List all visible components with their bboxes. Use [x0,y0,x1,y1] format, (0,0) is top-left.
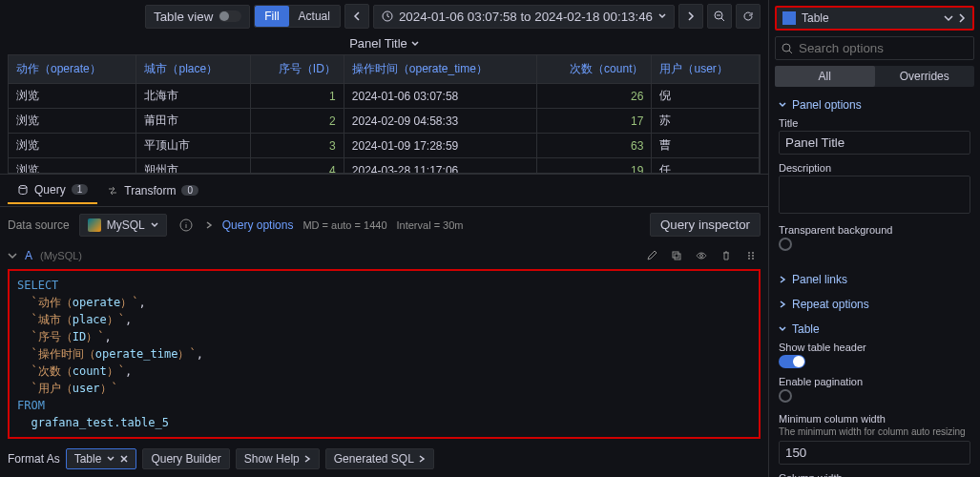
col-place[interactable]: 城市（place） [136,55,250,84]
query-letter[interactable]: A [25,249,32,262]
cell-id: 2 [250,109,344,134]
duplicate-query-button[interactable] [667,246,686,265]
chevron-down-icon [779,325,786,333]
chevron-down-icon [658,12,666,20]
copy-icon [671,250,682,261]
chevron-right-icon [686,11,696,21]
cell-place: 朔州市 [136,158,250,175]
cell-time: 2024-01-09 17:28:59 [344,134,537,158]
min-col-width-input[interactable] [779,441,970,465]
table-options-header[interactable]: Table [779,322,970,336]
data-table[interactable]: 动作（operate） 城市（place） 序号（ID） 操作时间（operat… [8,54,761,174]
datasource-info-button[interactable] [177,216,196,235]
trash-icon [720,250,732,261]
fill-button[interactable]: Fill [255,6,288,27]
chevron-right-icon [779,301,786,308]
description-label: Description [779,162,970,174]
generated-sql-button[interactable]: Generated SQL [325,448,434,469]
zoom-out-icon [714,10,725,22]
col-id[interactable]: 序号（ID） [250,55,344,84]
svg-point-6 [700,255,703,258]
transparent-bg-toggle[interactable] [779,238,792,251]
time-range-picker[interactable]: 2024-01-06 03:07:58 to 2024-02-18 00:13:… [373,5,675,29]
table-row[interactable]: 浏览朔州市42024-03-28 11:17:0619任 [9,158,760,175]
tab-all[interactable]: All [775,66,875,87]
cell-user: 倪 [652,84,760,109]
table-row[interactable]: 浏览北海市12024-01-06 03:07:5826倪 [9,84,760,109]
table-view-toggle[interactable]: Table view [145,5,250,29]
tab-query[interactable]: Query 1 [8,177,97,204]
enable-pagination-toggle[interactable] [779,389,792,403]
chevron-down-icon[interactable] [8,251,17,260]
sidebar-tabs: All Overrides [775,66,974,87]
toggle-query-visibility-button[interactable] [692,246,711,265]
table-row[interactable]: 浏览平顶山市32024-01-09 17:28:5963曹 [9,134,760,158]
format-as-select[interactable]: Table [66,448,137,469]
panel-title: Panel Title [349,36,407,51]
svg-point-8 [752,252,754,254]
min-col-width-label: Minimum column width [779,413,970,425]
chevron-down-icon[interactable] [944,13,953,23]
format-as-label: Format As [8,452,60,466]
panel-title-row[interactable]: Panel Title [8,32,761,54]
tab-transform[interactable]: Transform 0 [97,178,208,203]
zoom-out-button[interactable] [707,4,732,29]
delete-query-button[interactable] [717,246,736,265]
query-tabs: Query 1 Transform 0 [0,175,768,207]
time-range-text: 2024-01-06 03:07:58 to 2024-02-18 00:13:… [399,10,653,24]
repeat-options-header[interactable]: Repeat options [769,292,980,317]
panel-description-input[interactable] [779,176,970,214]
chevron-down-icon [151,221,158,229]
cell-user: 苏 [652,109,760,134]
edit-query-button[interactable] [642,246,661,265]
enable-pagination-label: Enable pagination [779,376,970,387]
database-icon [17,184,29,196]
actual-button[interactable]: Actual [289,6,340,27]
cell-count: 19 [537,158,652,175]
query-builder-button[interactable]: Query Builder [142,448,229,469]
col-count[interactable]: 次数（count） [537,55,652,84]
time-back-button[interactable] [344,4,369,29]
show-header-toggle[interactable] [779,355,805,368]
cell-operate: 浏览 [9,84,136,109]
cell-user: 任 [652,158,760,175]
tab-overrides[interactable]: Overrides [875,66,975,87]
show-help-button[interactable]: Show Help [236,448,320,469]
search-options-input[interactable] [799,41,968,55]
tab-transform-label: Transform [124,184,176,197]
transform-icon [107,185,118,197]
sql-editor[interactable]: SELECT `动作（operate）`, `城市（place）`, `序号（I… [8,269,761,439]
svg-point-10 [752,255,754,257]
title-label: Title [779,117,970,129]
svg-point-11 [748,258,750,259]
md-info: MD = auto = 1440 [302,219,386,231]
col-user[interactable]: 用户（user） [652,55,760,84]
panel-links-header[interactable]: Panel links [769,267,980,292]
svg-rect-4 [673,252,678,258]
panel-title-input[interactable] [779,131,970,155]
table-row[interactable]: 浏览莆田市22024-02-09 04:58:3317苏 [9,109,760,134]
col-operate[interactable]: 动作（operate） [9,55,136,84]
drag-query-handle[interactable] [741,246,761,265]
svg-point-13 [782,44,790,52]
datasource-name: MySQL [107,218,145,232]
chevron-right-icon[interactable] [957,13,967,23]
panel-visualization: Panel Title 动作（operate） 城市（place） 序号（ID）… [0,32,768,174]
visualization-picker[interactable]: Table [775,6,974,31]
query-inspector-button[interactable]: Query inspector [650,213,761,237]
cell-operate: 浏览 [9,134,136,158]
interval-info: Interval = 30m [397,219,464,231]
panel-options-header[interactable]: Panel options [779,98,970,112]
datasource-select[interactable]: MySQL [79,214,167,237]
col-time[interactable]: 操作时间（operate_time） [344,55,537,84]
cell-id: 1 [250,84,344,109]
panel-toolbar: Table view Fill Actual 2024-01-06 03:07:… [0,0,768,32]
visualization-name: Table [802,11,829,25]
cell-time: 2024-02-09 04:58:33 [344,109,537,134]
refresh-button[interactable] [736,4,761,29]
svg-point-12 [752,258,754,259]
cell-operate: 浏览 [9,109,136,134]
close-icon[interactable] [120,455,128,463]
time-forward-button[interactable] [678,4,703,29]
query-options-link[interactable]: Query options [222,218,294,232]
